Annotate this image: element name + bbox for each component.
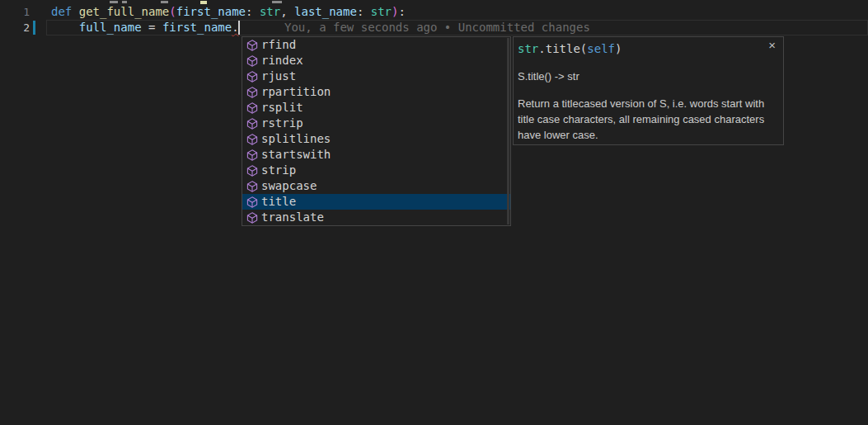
code-token: first_name	[176, 5, 246, 18]
code-token: last_name	[294, 5, 357, 18]
suggest-list: rfindrindexrjustrpartitionrsplitrstripsp…	[242, 37, 510, 225]
suggest-item-rindex[interactable]: rindex	[242, 53, 510, 68]
code-token: self	[587, 42, 615, 55]
suggest-item-label: rindex	[261, 53, 303, 68]
text-cursor	[238, 21, 240, 35]
suggest-item-label: rstrip	[261, 116, 303, 131]
code-token: )	[615, 42, 622, 55]
suggest-item-strip[interactable]: strip	[242, 163, 510, 178]
method-cube-icon	[246, 133, 259, 146]
line-number: 2	[0, 20, 30, 35]
code-token: :	[357, 5, 371, 18]
method-cube-icon	[246, 102, 259, 115]
code-token: str	[260, 5, 280, 18]
suggest-item-label: swapcase	[261, 178, 317, 194]
suggest-item-swapcase[interactable]: swapcase	[242, 178, 510, 194]
suggest-item-startswith[interactable]: startswith	[242, 147, 510, 163]
method-cube-icon	[246, 86, 259, 99]
code-token: :	[399, 5, 406, 18]
code-token: =	[142, 21, 162, 34]
method-cube-icon	[246, 180, 259, 193]
code-token: :	[246, 5, 260, 18]
code-token: str	[371, 5, 392, 18]
suggest-item-label: startswith	[261, 147, 331, 163]
method-cube-icon	[246, 164, 259, 177]
code-token: first_name	[162, 21, 232, 34]
code-token: .title(	[538, 42, 587, 55]
docs-description: Return a titlecased version of S, i.e. w…	[518, 96, 775, 143]
suggest-item-label: rpartition	[261, 84, 331, 100]
suggest-item-title[interactable]: title	[242, 194, 510, 210]
suggest-item-rpartition[interactable]: rpartition	[242, 84, 510, 100]
suggest-item-label: splitlines	[261, 131, 331, 147]
suggest-item-label: translate	[261, 210, 324, 225]
suggest-item-rstrip[interactable]: rstrip	[242, 116, 510, 131]
suggest-item-label: strip	[261, 163, 296, 178]
line-number: 1	[0, 4, 30, 20]
code-token: def	[51, 5, 79, 18]
suggest-item-label: rfind	[261, 37, 296, 53]
suggest-item-label: rsplit	[261, 100, 303, 116]
code-token	[51, 21, 79, 34]
suggest-item-translate[interactable]: translate	[242, 210, 510, 225]
code-token: get_full_name	[79, 5, 170, 18]
blame-annotation: You, a few seconds ago • Uncommitted cha…	[284, 20, 590, 35]
close-icon[interactable]: ×	[768, 39, 776, 51]
suggest-item-rsplit[interactable]: rsplit	[242, 100, 510, 116]
code-token: )	[392, 5, 398, 18]
code-token: full_name	[79, 21, 142, 34]
method-cube-icon	[246, 70, 259, 83]
method-cube-icon	[246, 117, 259, 130]
suggest-scrollbar[interactable]	[507, 38, 509, 224]
code-token: ,	[280, 5, 294, 18]
code-line[interactable]: full_name = first_name.	[51, 20, 239, 35]
suggest-item-rfind[interactable]: rfind	[242, 37, 510, 53]
code-line[interactable]: def get_full_name(first_name: str, last_…	[51, 4, 406, 20]
code-token: str	[518, 42, 538, 55]
suggest-item-label: rjust	[261, 68, 296, 84]
docs-summary: S.title() -> str	[518, 68, 777, 84]
suggest-docs-panel: str.title(self) × S.title() -> str Retur…	[513, 36, 784, 145]
suggest-item-splitlines[interactable]: splitlines	[242, 131, 510, 147]
suggest-item-rjust[interactable]: rjust	[242, 68, 510, 84]
method-cube-icon	[246, 211, 259, 224]
method-cube-icon	[246, 149, 259, 162]
method-signature: str.title(self)	[518, 41, 777, 57]
code-token: (	[169, 5, 176, 18]
method-cube-icon	[246, 54, 259, 68]
method-cube-icon	[246, 39, 259, 52]
modified-line-indicator	[33, 21, 35, 35]
autocomplete-suggest-widget: rfindrindexrjustrpartitionrsplitrstripsp…	[242, 36, 511, 226]
method-cube-icon	[246, 196, 259, 209]
suggest-item-label: title	[261, 194, 296, 210]
